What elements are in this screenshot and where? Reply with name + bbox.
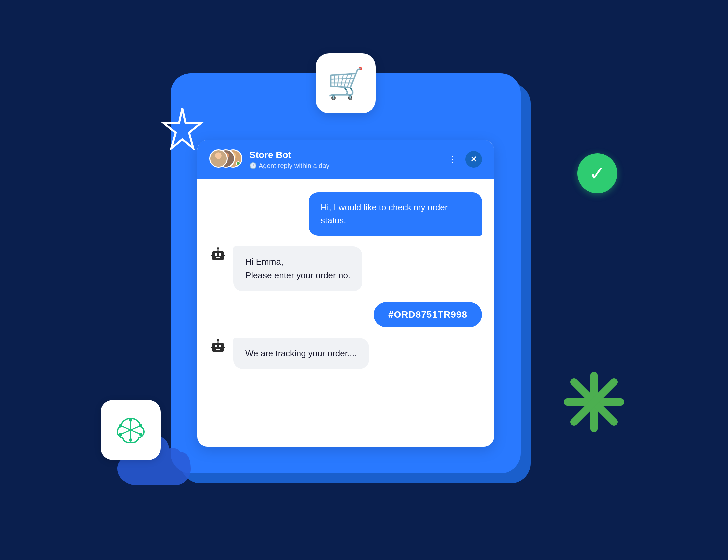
avatar-1 [209,149,228,168]
agent-status: 🕐 Agent reply within a day [249,162,439,170]
svg-point-1 [215,153,222,159]
svg-point-30 [119,433,122,436]
bubble-bot-2: We are tracking your order.... [233,338,369,369]
star-burst-decoration [161,107,204,150]
message-user-2: #ORD8751TR998 [209,302,482,327]
clock-icon: 🕐 [249,162,257,169]
bot-avatar-icon [209,246,227,264]
check-icon: ✓ [589,162,606,185]
header-actions: ⋮ ✕ [445,151,482,168]
svg-point-12 [217,247,219,249]
svg-point-20 [217,339,219,341]
main-card: 🛒 [171,73,521,473]
svg-rect-9 [219,253,221,256]
message-text-2: Hi Emma,Please enter your order no. [245,257,350,281]
avatar-group [209,149,243,169]
bubble-order: #ORD8751TR998 [374,302,482,327]
svg-point-28 [119,424,122,427]
svg-rect-10 [216,257,220,258]
bot-name: Store Bot [249,149,439,161]
svg-point-2 [214,161,223,167]
bot-avatar-icon-2 [209,338,227,355]
gpt-badge [101,400,161,460]
bubble-bot-1: Hi Emma,Please enter your order no. [233,246,362,291]
bubble-user-1: Hi, I would like to check my order statu… [309,192,482,236]
star-burst-icon [161,107,204,150]
more-options-button[interactable]: ⋮ [445,152,460,167]
order-number-text: #ORD8751TR998 [388,309,467,320]
header-info: Store Bot 🕐 Agent reply within a day [249,149,439,170]
svg-rect-17 [219,345,221,347]
chat-window: Store Bot 🕐 Agent reply within a day ⋮ ✕ [197,140,494,447]
chat-messages: Hi, I would like to check my order statu… [197,179,494,447]
svg-rect-16 [215,345,217,347]
main-scene: 🛒 [131,47,597,513]
svg-point-31 [139,424,142,427]
green-asterisk-icon [564,372,624,432]
message-user-1: Hi, I would like to check my order statu… [209,192,482,236]
svg-rect-8 [215,253,217,256]
cart-icon-container: 🛒 [316,53,376,113]
svg-rect-18 [216,349,220,350]
close-icon: ✕ [470,155,477,164]
dots-icon: ⋮ [448,154,457,165]
check-badge: ✓ [577,153,617,193]
online-indicator [236,161,241,166]
cart-icon: 🛒 [327,68,364,98]
message-text-4: We are tracking your order.... [245,348,357,358]
svg-rect-15 [212,343,224,352]
message-bot-2: We are tracking your order.... [209,338,482,369]
message-text-1: Hi, I would like to check my order statu… [321,202,448,225]
chat-header: Store Bot 🕐 Agent reply within a day ⋮ ✕ [197,140,494,179]
gpt-icon [114,413,147,447]
svg-rect-7 [212,251,224,260]
svg-point-29 [139,433,142,436]
svg-point-27 [129,438,132,442]
green-star-decoration [564,372,624,433]
svg-point-26 [129,418,132,422]
agent-status-text: Agent reply within a day [259,162,329,170]
svg-marker-0 [164,108,201,148]
message-bot-1: Hi Emma,Please enter your order no. [209,246,482,291]
close-button[interactable]: ✕ [465,151,482,168]
